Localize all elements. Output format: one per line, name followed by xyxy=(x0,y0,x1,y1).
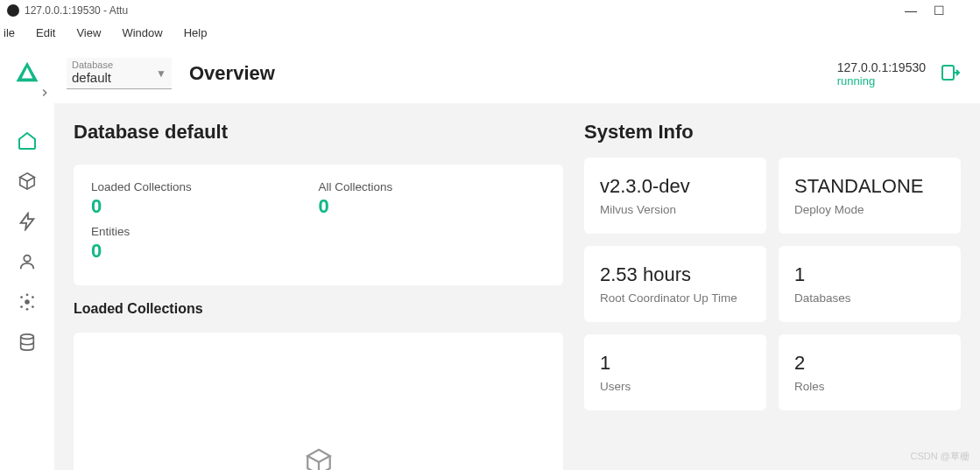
connection-info: 127.0.0.1:19530 running xyxy=(837,60,926,88)
sys-label: Users xyxy=(600,380,751,393)
sys-label: Roles xyxy=(794,380,945,393)
svg-point-7 xyxy=(26,308,29,311)
entities-value: 0 xyxy=(91,240,319,263)
all-collections-value: 0 xyxy=(319,195,546,218)
watermark: CSDN @草栅 xyxy=(911,450,969,463)
sys-card-uptime: 2.53 hours Root Coordinator Up Time xyxy=(584,246,766,322)
database-selector-value: default xyxy=(72,70,151,85)
loaded-collections-card xyxy=(74,333,563,470)
svg-point-3 xyxy=(32,296,34,298)
connection-address: 127.0.0.1:19530 xyxy=(837,60,926,74)
nav-search-icon[interactable] xyxy=(17,211,38,232)
svg-point-0 xyxy=(24,256,30,262)
maximize-button[interactable]: ☐ xyxy=(933,4,945,17)
svg-point-5 xyxy=(32,305,34,308)
database-selector-label: Database xyxy=(72,60,151,70)
menubar: ile Edit View Window Help xyxy=(0,21,980,46)
all-collections-label: All Collections xyxy=(319,180,546,193)
sys-label: Root Coordinator Up Time xyxy=(600,291,751,305)
nav-system-icon[interactable] xyxy=(17,291,38,312)
nav-overview-icon[interactable] xyxy=(17,130,38,151)
loaded-collections-label: Loaded Collections xyxy=(91,180,319,193)
sys-card-databases: 1 Databases xyxy=(779,246,961,322)
sys-label: Milvus Version xyxy=(600,203,751,216)
chevron-down-icon: ▼ xyxy=(156,67,166,80)
minimize-button[interactable]: — xyxy=(905,4,917,17)
sys-value: 2 xyxy=(794,352,945,375)
sys-value: 1 xyxy=(794,263,945,286)
connection-status: running xyxy=(837,74,926,88)
sidebar xyxy=(0,46,54,470)
svg-point-8 xyxy=(21,334,34,340)
sys-value: v2.3.0-dev xyxy=(600,175,751,198)
sys-value: 1 xyxy=(600,352,751,375)
svg-point-6 xyxy=(26,293,29,296)
menu-view[interactable]: View xyxy=(67,25,109,41)
sys-label: Deploy Mode xyxy=(794,203,945,216)
system-info-grid: v2.3.0-dev Milvus Version STANDALONE Dep… xyxy=(584,158,961,410)
svg-point-4 xyxy=(20,305,23,308)
empty-box-icon xyxy=(304,447,334,470)
sys-card-roles: 2 Roles xyxy=(779,334,961,410)
sys-card-milvus-version: v2.3.0-dev Milvus Version xyxy=(584,158,766,234)
nav-users-icon[interactable] xyxy=(17,251,38,272)
logout-icon[interactable] xyxy=(940,62,961,86)
svg-rect-9 xyxy=(942,66,954,80)
menu-edit[interactable]: Edit xyxy=(27,25,64,41)
sidebar-expand-icon[interactable] xyxy=(39,87,51,102)
page-title: Overview xyxy=(189,62,275,85)
svg-point-1 xyxy=(25,299,30,305)
close-button[interactable] xyxy=(961,4,973,17)
sys-card-deploy-mode: STANDALONE Deploy Mode xyxy=(779,158,961,234)
sys-label: Databases xyxy=(794,291,945,305)
menu-file[interactable]: ile xyxy=(2,25,24,41)
window-controls: — ☐ xyxy=(905,4,973,17)
svg-point-2 xyxy=(20,296,23,298)
window-title: 127.0.0.1:19530 - Attu xyxy=(25,4,128,17)
entities-label: Entities xyxy=(91,225,319,238)
nav-database-icon[interactable] xyxy=(17,332,38,353)
loaded-collections-value: 0 xyxy=(91,195,319,218)
app-icon xyxy=(7,4,19,17)
topbar: Database default ▼ Overview 127.0.0.1:19… xyxy=(54,46,980,103)
sys-card-users: 1 Users xyxy=(584,334,766,410)
stats-card: Loaded Collections 0 All Collections 0 E… xyxy=(74,165,563,285)
sys-value: 2.53 hours xyxy=(600,263,751,286)
database-selector[interactable]: Database default ▼ xyxy=(67,58,172,89)
menu-help[interactable]: Help xyxy=(175,25,216,41)
titlebar: 127.0.0.1:19530 - Attu — ☐ xyxy=(0,0,980,21)
nav-collections-icon[interactable] xyxy=(17,171,38,192)
loaded-collections-title: Loaded Collections xyxy=(74,301,563,317)
menu-window[interactable]: Window xyxy=(113,25,171,41)
database-heading: Database default xyxy=(74,121,563,144)
system-info-heading: System Info xyxy=(584,121,961,144)
sys-value: STANDALONE xyxy=(794,175,945,198)
logo-icon xyxy=(14,60,40,87)
